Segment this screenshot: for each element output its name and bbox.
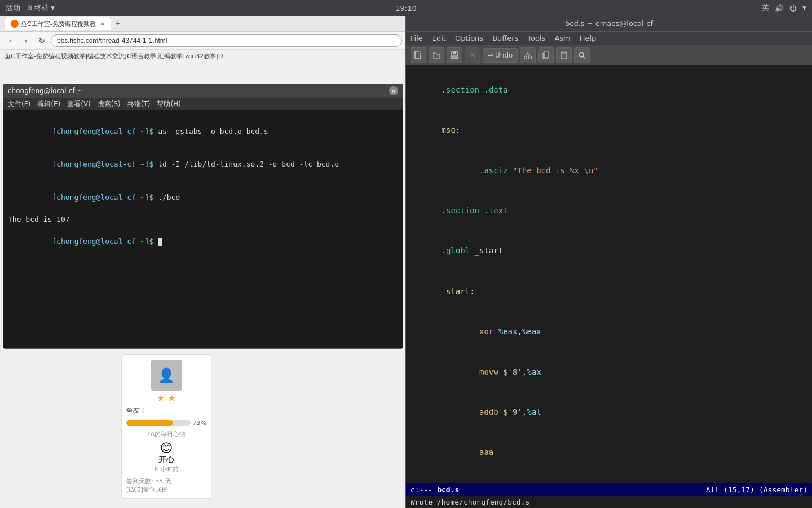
mood-time: 6 小时前	[126, 465, 206, 474]
mood-text: 开心	[126, 455, 206, 465]
emacs-major-mode: (Assembler)	[759, 485, 807, 494]
svg-rect-1	[418, 51, 421, 54]
user-avatar-area: 👤 ★ ★	[126, 360, 206, 404]
svg-line-12	[583, 56, 585, 59]
save-file-button[interactable]	[447, 47, 462, 63]
new-tab-button[interactable]: ＋	[113, 17, 122, 29]
terminal-menu-search[interactable]: 搜索(S)	[98, 99, 121, 109]
code-line-3: .asciz "The bcd is %x \n"	[413, 151, 805, 191]
svg-point-11	[579, 52, 584, 57]
terminal-menu-edit[interactable]: 编辑(E)	[37, 99, 60, 109]
dropdown-icon[interactable]: ▼	[802, 5, 806, 11]
emacs-menu-options[interactable]: Options	[455, 34, 483, 42]
progress-row: 73%	[126, 418, 206, 428]
terminal-titlebar: chongfeng@local-cf:~ ✕	[3, 84, 403, 98]
terminal-body[interactable]: [chongfeng@local-cf ~]$ as -gstabs -o bc…	[3, 110, 403, 348]
emacs-menu-file[interactable]: File	[411, 34, 423, 42]
power-icon[interactable]: ⏻	[789, 4, 797, 12]
emacs-menu-help[interactable]: Help	[580, 34, 597, 42]
user-stars: ★ ★	[126, 393, 206, 404]
tab-close-button[interactable]: ✕	[100, 21, 105, 27]
code-line-1: .section .data	[413, 70, 805, 110]
x-icon: ✕	[469, 51, 476, 60]
svg-rect-4	[452, 55, 457, 58]
new-file-button[interactable]	[411, 47, 426, 63]
checkin-info: 签到天数: 35 天 [LV.5]常住居民	[126, 477, 206, 494]
emacs-title-text: bcd.s − emacs@local-cf	[565, 19, 653, 28]
browser-toolbar: ‹ › ↻	[0, 32, 405, 50]
emacs-filename: bcd.s	[437, 485, 459, 494]
new-file-icon	[414, 51, 423, 60]
code-line-5: .globl _start	[413, 231, 805, 271]
terminal-menu-help[interactable]: 帮助(H)	[157, 99, 180, 109]
copy-button[interactable]	[538, 47, 554, 63]
emacs-window: bcd.s − emacs@local-cf File Edit Options…	[406, 16, 812, 508]
code-line-9: addb $'9',%al	[413, 392, 805, 432]
terminal-line-1: [chongfeng@local-cf ~]$ as -gstabs -o bc…	[8, 115, 398, 148]
terminal-close-button[interactable]: ✕	[389, 86, 398, 95]
paste-button[interactable]	[556, 47, 572, 63]
svg-rect-9	[561, 52, 567, 59]
terminal-title-text: chongfeng@local-cf:~	[8, 87, 82, 95]
terminal-line-3: [chongfeng@local-cf ~]$ ./bcd	[8, 181, 398, 214]
code-line-10: aaa	[413, 433, 805, 473]
back-button[interactable]: ‹	[3, 34, 17, 47]
page-title-bar: 鱼C工作室-免费编程视频教学|编程技术交流|C语言教学|汇编教学|win32教学…	[0, 50, 405, 63]
svg-rect-8	[544, 52, 549, 58]
mood-area: 😊 开心 6 小时前	[126, 441, 206, 474]
terminal-cursor	[158, 238, 162, 246]
undo-label: Undo	[495, 51, 513, 59]
emacs-toolbar: ✕ ↩ Undo	[406, 45, 812, 65]
system-time: 19:10	[395, 4, 416, 12]
close-button[interactable]: ✕	[465, 47, 480, 63]
open-file-button[interactable]	[429, 47, 444, 63]
emacs-menu-tools[interactable]: Tools	[527, 34, 545, 42]
code-line-11: pushl %eax	[413, 473, 805, 483]
emacs-position: All (15,17)	[706, 485, 754, 494]
avatar: 👤	[151, 360, 182, 391]
emacs-minibuffer-text: Wrote /home/chongfeng/bcd.s	[411, 498, 529, 506]
svg-point-6	[529, 56, 532, 59]
progress-fill	[126, 420, 173, 426]
url-bar[interactable]	[51, 34, 402, 47]
search-button[interactable]	[574, 47, 590, 63]
emacs-editor[interactable]: .section .data msg: .asciz "The bcd is %…	[406, 65, 812, 483]
user-level: [LV.5]常住居民	[126, 485, 206, 494]
terminal-line-prompt: [chongfeng@local-cf ~]$	[8, 225, 398, 258]
activities-label[interactable]: 活动	[6, 3, 20, 13]
avatar-icon: 👤	[158, 367, 175, 383]
terminal-menu-view[interactable]: 查看(V)	[67, 99, 91, 109]
code-line-4: .section .text	[413, 191, 805, 231]
emacs-statusbar: c:--- bcd.s All (15,17) (Assembler)	[406, 483, 812, 496]
browser-content: 鱼C工作室-免费编程视频教学|编程技术交流|C语言教学|汇编教学|win32教学…	[0, 50, 405, 508]
star-2: ★	[168, 393, 176, 404]
user-sidebar: 👤 ★ ★ 鱼友 I 73% TA的每日心情	[121, 354, 211, 499]
terminal-menu-terminal[interactable]: 终端(T)	[127, 99, 151, 109]
search-icon	[577, 51, 586, 60]
emacs-minibuffer: Wrote /home/chongfeng/bcd.s	[406, 496, 812, 508]
emacs-menu-edit[interactable]: Edit	[432, 34, 446, 42]
volume-icon[interactable]: 🔊	[775, 4, 784, 12]
forward-button[interactable]: ›	[19, 34, 33, 47]
undo-button[interactable]: ↩ Undo	[483, 48, 518, 63]
terminal-applet[interactable]: 🖥 终端 ▼	[26, 3, 55, 13]
undo-icon: ↩	[488, 51, 493, 59]
open-file-icon	[432, 51, 441, 60]
mood-emoji: 😊	[160, 441, 173, 455]
browser-tab[interactable]: 鱼C工作室-免费编程视频教 ✕	[5, 17, 111, 30]
star-1: ★	[157, 393, 165, 404]
emacs-menu-asm[interactable]: Asm	[554, 34, 570, 42]
progress-bar	[126, 420, 191, 426]
system-bar-left: 活动 🖥 终端 ▼	[6, 3, 55, 13]
save-file-icon	[450, 51, 459, 60]
terminal-window: chongfeng@local-cf:~ ✕ 文件(F) 编辑(E) 查看(V)…	[3, 84, 403, 349]
cut-button[interactable]	[520, 47, 536, 63]
language-indicator[interactable]: 英	[762, 3, 769, 13]
refresh-button[interactable]: ↻	[35, 34, 48, 47]
code-line-7: xor %eax,%eax	[413, 312, 805, 352]
emacs-menubar: File Edit Options Buffers Tools Asm Help	[406, 32, 812, 45]
progress-text: 73%	[193, 419, 206, 427]
svg-rect-10	[562, 51, 566, 53]
terminal-menu-file[interactable]: 文件(F)	[8, 99, 30, 109]
emacs-menu-buffers[interactable]: Buffers	[492, 34, 518, 42]
